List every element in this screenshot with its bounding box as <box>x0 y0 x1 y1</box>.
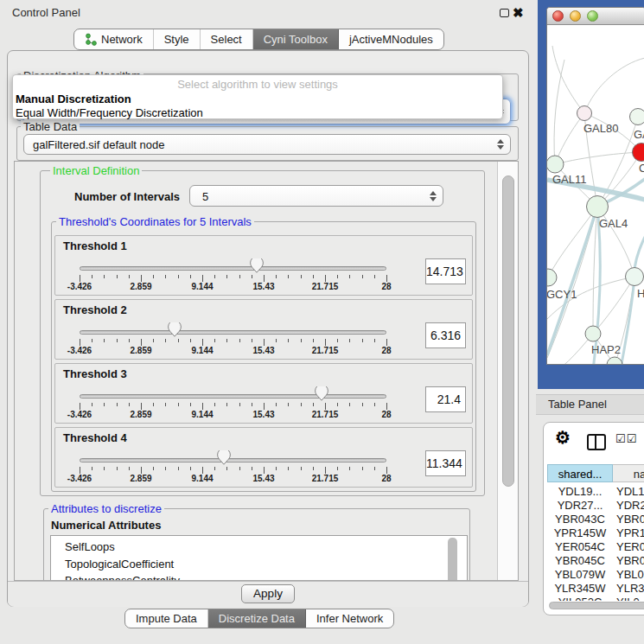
cell-shared-name[interactable]: YPR145W <box>547 526 613 540</box>
threshold-label: Threshold 3 <box>63 367 127 380</box>
float-window-icon[interactable] <box>500 9 509 17</box>
apply-bar: Apply <box>8 581 528 607</box>
slider-thumb[interactable] <box>315 386 328 401</box>
network-node[interactable] <box>630 109 644 125</box>
cell-name[interactable]: YPR1 <box>613 526 644 540</box>
network-node[interactable] <box>585 326 601 341</box>
list-item[interactable]: SelfLoops <box>51 539 467 556</box>
network-node[interactable] <box>626 268 644 286</box>
threshold-value-field[interactable]: 6.316 <box>425 322 466 348</box>
list-item[interactable]: TopologicalCoefficient <box>51 556 467 573</box>
cell-name[interactable]: YBR0 <box>613 513 644 526</box>
network-node[interactable] <box>633 143 644 162</box>
cell-shared-name[interactable]: YDL19... <box>547 485 613 499</box>
network-canvas[interactable]: GAL80GACGAL11GAL4GCY1HHAP2 <box>547 25 644 364</box>
cell-shared-name[interactable]: YIL052C <box>547 596 613 601</box>
cell-shared-name[interactable]: YBR043C <box>547 513 613 526</box>
threshold-value-field[interactable]: 14.713 <box>425 258 466 284</box>
tab-network[interactable]: Network <box>74 29 154 49</box>
network-edge[interactable] <box>555 152 641 164</box>
table-row[interactable]: YPR145WYPR1 <box>547 526 644 540</box>
table-row[interactable]: YDR27...YDR2 <box>547 499 644 513</box>
cell-name[interactable]: YER0 <box>613 540 644 554</box>
tick <box>104 275 105 278</box>
slider-track[interactable] <box>80 394 386 399</box>
cell-shared-name[interactable]: YDR27... <box>547 499 613 513</box>
network-icon <box>85 33 97 46</box>
gear-icon[interactable]: ⚙ <box>555 427 571 448</box>
table-row[interactable]: YDL19...YDL1 <box>547 485 644 499</box>
tab-select[interactable]: Select <box>201 29 253 49</box>
network-node[interactable] <box>577 106 592 121</box>
table-row[interactable]: YIL052CYIL0 <box>547 596 644 601</box>
cell-name[interactable]: YIL0 <box>613 596 644 601</box>
table-row[interactable]: YBL079WYBL0 <box>547 568 644 582</box>
node-table: ⚙ ☑☑ shared...name YDL19...YDL1YDR27...Y… <box>543 422 644 615</box>
tick <box>374 275 375 278</box>
network-node[interactable] <box>547 269 557 286</box>
cell-name[interactable]: YLR3 <box>613 582 644 596</box>
tick <box>141 275 142 282</box>
attributes-group-title: Attributes to discretize <box>48 502 164 515</box>
checkbox-icons[interactable]: ☑☑ <box>615 432 637 445</box>
close-icon[interactable]: ✖ <box>513 5 524 21</box>
slider-thumb[interactable] <box>168 322 182 337</box>
network-edge[interactable] <box>584 58 644 113</box>
cell-name[interactable]: YDR2 <box>613 499 644 513</box>
popup-item-manual-discretization[interactable]: Manual Discretization <box>16 92 131 105</box>
tab-jactivemnodules[interactable]: jActiveMNodules <box>339 29 443 49</box>
table-row[interactable]: YBR043CYBR0 <box>547 513 644 526</box>
list-item[interactable]: BetweennessCentrality <box>51 572 467 581</box>
number-of-intervals-select[interactable]: 5 <box>189 185 443 207</box>
slider-track[interactable] <box>80 266 386 271</box>
network-node[interactable] <box>587 196 609 218</box>
cell-shared-name[interactable]: YER054C <box>547 540 613 554</box>
network-node[interactable] <box>547 156 564 173</box>
table-data-select[interactable]: galFiltered.sif default node <box>23 134 511 155</box>
list-scrollbar-thumb[interactable] <box>448 538 457 581</box>
popup-item-equal-width-frequency-discretization[interactable]: Equal Width/Frequency Discretization <box>16 106 203 119</box>
tick <box>117 275 118 278</box>
network-node[interactable] <box>607 357 622 364</box>
table-row[interactable]: YER054CYER0 <box>547 540 644 554</box>
tab-style[interactable]: Style <box>154 29 201 49</box>
cell-shared-name[interactable]: YBR045C <box>547 554 613 568</box>
network-edge[interactable] <box>548 207 597 277</box>
column-split-icon[interactable] <box>587 434 606 450</box>
cell-name[interactable]: YBL0 <box>613 568 644 582</box>
column-header-name[interactable]: name <box>613 464 644 482</box>
slider-thumb[interactable] <box>217 450 231 465</box>
network-edge[interactable] <box>552 46 584 113</box>
minimize-button[interactable] <box>570 10 581 22</box>
cell-name[interactable]: YDL1 <box>613 485 644 499</box>
numerical-attributes-list[interactable]: SelfLoopsTopologicalCoefficientBetweenne… <box>50 535 468 581</box>
tick-label: 9.144 <box>181 410 224 419</box>
scrollbar-thumb[interactable] <box>502 175 514 487</box>
slider-track[interactable] <box>80 330 386 335</box>
tab-infer-network[interactable]: Infer Network <box>306 609 393 628</box>
column-header-shared[interactable]: shared... <box>547 464 613 482</box>
table-row[interactable]: YLR345WYLR3 <box>547 582 644 596</box>
threshold-value-field[interactable]: 11.344 <box>425 450 466 476</box>
close-button[interactable] <box>552 10 564 22</box>
tab-cyni-toolbox[interactable]: Cyni Toolbox <box>253 29 339 49</box>
tab-impute-data[interactable]: Impute Data <box>125 609 208 628</box>
table-row[interactable]: YBR045CYBR0 <box>547 554 644 568</box>
cell-shared-name[interactable]: YBL079W <box>547 568 613 582</box>
horizontal-scrollbar-thumb[interactable] <box>549 602 644 609</box>
zoom-button[interactable] <box>587 10 598 22</box>
tick <box>92 467 92 470</box>
spinner-arrows-icon <box>497 139 504 150</box>
tab-discretize-data[interactable]: Discretize Data <box>208 609 306 628</box>
network-edge[interactable] <box>554 60 564 164</box>
cell-name[interactable]: YBR0 <box>613 554 644 568</box>
slider-thumb[interactable] <box>250 258 264 273</box>
network-edge[interactable] <box>593 207 597 334</box>
slider-track[interactable] <box>80 458 386 462</box>
tick-label: 15.43 <box>242 346 285 355</box>
tick <box>374 403 375 406</box>
cell-shared-name[interactable]: YLR345W <box>547 582 613 596</box>
apply-button[interactable]: Apply <box>241 584 295 603</box>
network-edge[interactable] <box>618 237 644 364</box>
threshold-value-field[interactable]: 21.4 <box>425 386 466 412</box>
